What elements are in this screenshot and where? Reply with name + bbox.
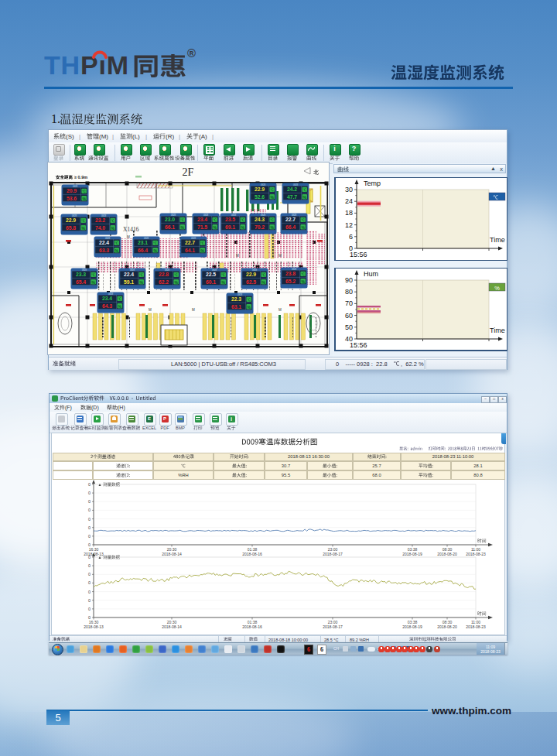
svg-text:%: % xyxy=(261,280,265,285)
svg-text:74.0: 74.0 xyxy=(95,225,105,231)
svg-text:23.5: 23.5 xyxy=(225,217,235,222)
svg-text:60.1: 60.1 xyxy=(206,279,216,285)
svg-text:71.5: 71.5 xyxy=(197,224,207,230)
svg-text:0: 0 xyxy=(88,607,91,611)
svg-text:%: % xyxy=(180,225,184,230)
svg-text:Time: Time xyxy=(490,236,505,244)
svg-text:%: % xyxy=(111,226,114,231)
svg-text:%: % xyxy=(221,280,225,285)
svg-text:%: % xyxy=(302,195,306,200)
svg-text:60: 60 xyxy=(345,312,353,320)
svg-text:23.8: 23.8 xyxy=(285,271,296,276)
svg-text:0928: 0928 xyxy=(101,214,107,217)
svg-text:64.1: 64.1 xyxy=(185,248,195,253)
svg-text:0: 0 xyxy=(88,517,91,522)
svg-text:24.2: 24.2 xyxy=(287,186,297,192)
svg-text:M: M xyxy=(192,308,195,312)
svg-text:0: 0 xyxy=(88,580,91,585)
svg-text:22.7: 22.7 xyxy=(185,240,195,245)
svg-text:0928: 0928 xyxy=(108,292,114,296)
svg-text:0928: 0928 xyxy=(171,214,176,217)
svg-text:0: 0 xyxy=(88,508,91,512)
svg-text:62.2: 62.2 xyxy=(159,279,169,285)
svg-text:%: % xyxy=(139,280,143,285)
svg-text:%: % xyxy=(301,225,305,230)
svg-text:0: 0 xyxy=(88,555,91,559)
svg-text:2018-08-16: 2018-08-16 xyxy=(242,624,262,629)
svg-text:0928: 0928 xyxy=(191,237,196,240)
svg-text:22.9: 22.9 xyxy=(246,272,256,277)
svg-text:12: 12 xyxy=(345,221,353,229)
svg-text:23.4: 23.4 xyxy=(102,296,112,301)
svg-text:23.0: 23.0 xyxy=(165,217,175,222)
svg-text:2018-08-14: 2018-08-14 xyxy=(162,624,182,629)
svg-text:70: 70 xyxy=(345,299,353,307)
svg-text:0928: 0928 xyxy=(165,269,170,272)
svg-text:30: 30 xyxy=(345,186,353,193)
svg-text:%: % xyxy=(200,248,204,253)
svg-text:0: 0 xyxy=(88,534,91,539)
svg-text:%: % xyxy=(153,248,157,253)
svg-text:%: % xyxy=(494,285,500,292)
svg-text:0928: 0928 xyxy=(130,269,135,272)
svg-text:%: % xyxy=(247,305,251,310)
svg-text:M: M xyxy=(278,254,282,258)
svg-text:23.2: 23.2 xyxy=(95,217,105,223)
svg-text:M: M xyxy=(127,235,130,239)
svg-text:Temp: Temp xyxy=(364,180,381,187)
svg-text:2018-08-23: 2018-08-23 xyxy=(466,624,486,629)
svg-text:0928: 0928 xyxy=(105,237,111,240)
svg-text:%: % xyxy=(91,280,95,285)
svg-text:62.5: 62.5 xyxy=(246,279,256,285)
svg-text:63.1: 63.1 xyxy=(231,304,241,310)
svg-text:24.3: 24.3 xyxy=(255,217,265,222)
svg-text:%: % xyxy=(213,225,217,230)
svg-text:18: 18 xyxy=(345,209,353,217)
svg-text:2018-08-19: 2018-08-19 xyxy=(402,624,422,629)
svg-text:%: % xyxy=(114,248,118,253)
svg-text:%: % xyxy=(118,304,121,309)
svg-text:0: 0 xyxy=(88,499,91,504)
svg-text:24: 24 xyxy=(345,197,353,205)
svg-text:0928: 0928 xyxy=(261,183,266,186)
svg-text:≥ 0.9m: ≥ 0.9m xyxy=(74,175,87,180)
svg-text:0928: 0928 xyxy=(73,185,78,188)
svg-text:0928: 0928 xyxy=(293,183,299,186)
svg-text:23.1: 23.1 xyxy=(138,240,148,245)
svg-text:22.3: 22.3 xyxy=(231,296,241,302)
svg-text:22.4: 22.4 xyxy=(124,272,134,277)
svg-text:22.5: 22.5 xyxy=(206,272,216,277)
svg-text:22.9: 22.9 xyxy=(255,186,265,192)
svg-text:0928: 0928 xyxy=(261,214,266,217)
svg-text:90: 90 xyxy=(345,276,353,284)
svg-text:0: 0 xyxy=(88,598,91,603)
svg-text:0: 0 xyxy=(88,590,91,594)
svg-text:Hum: Hum xyxy=(364,270,378,278)
svg-text:2018-08-13: 2018-08-13 xyxy=(84,624,104,629)
svg-text:%: % xyxy=(301,279,305,284)
svg-text:0: 0 xyxy=(88,491,91,495)
svg-text:0928: 0928 xyxy=(252,269,258,272)
svg-text:%: % xyxy=(270,195,274,200)
svg-text:15:56: 15:56 xyxy=(350,341,367,349)
svg-text:70.2: 70.2 xyxy=(255,224,265,230)
svg-text:Time: Time xyxy=(490,327,505,334)
svg-text:22.9: 22.9 xyxy=(66,217,76,223)
svg-text:0928: 0928 xyxy=(144,237,149,240)
svg-text:65.8: 65.8 xyxy=(66,225,76,231)
svg-text:2018-08-20: 2018-08-20 xyxy=(437,624,457,629)
svg-text:69.1: 69.1 xyxy=(225,224,235,230)
svg-text:47.7: 47.7 xyxy=(287,194,297,200)
svg-text:0928: 0928 xyxy=(292,214,297,217)
svg-text:2F: 2F xyxy=(183,166,194,178)
svg-text:%: % xyxy=(82,197,86,201)
svg-text:22.8: 22.8 xyxy=(159,272,169,277)
svg-text:0928: 0928 xyxy=(212,269,217,272)
svg-text:23.3: 23.3 xyxy=(76,272,86,277)
svg-text:15:56: 15:56 xyxy=(350,251,367,258)
svg-text:65.4: 65.4 xyxy=(76,279,86,285)
svg-text:0928: 0928 xyxy=(237,293,243,296)
svg-text:0928: 0928 xyxy=(72,214,77,217)
svg-text:0: 0 xyxy=(88,572,91,576)
svg-text:64.3: 64.3 xyxy=(102,303,112,309)
